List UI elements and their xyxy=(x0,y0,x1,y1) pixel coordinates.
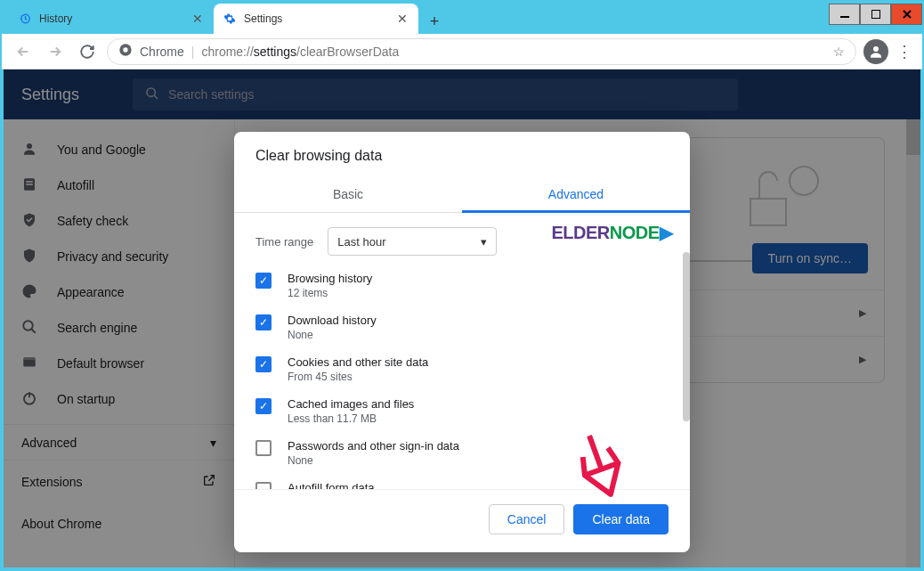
chevron-down-icon: ▾ xyxy=(481,235,487,249)
svg-point-5 xyxy=(873,46,879,52)
tab-advanced[interactable]: Advanced xyxy=(462,176,690,212)
kebab-menu-icon[interactable]: ⋮ xyxy=(896,42,913,61)
cancel-button[interactable]: Cancel xyxy=(489,504,565,534)
close-window-button[interactable] xyxy=(891,4,922,25)
tab-basic[interactable]: Basic xyxy=(234,176,462,212)
chrome-icon xyxy=(118,43,133,60)
eldernode-watermark: ELDERNODE▶ xyxy=(551,222,672,243)
gear-icon xyxy=(223,12,237,26)
omnibox-chrome-label: Chrome xyxy=(140,45,184,59)
dialog-footer: Cancel Clear data xyxy=(234,489,690,552)
dialog-scrollbar[interactable] xyxy=(683,252,690,489)
address-bar[interactable]: Chrome | chrome://settings/clearBrowserD… xyxy=(107,38,856,65)
checkbox-icon[interactable]: ✓ xyxy=(255,440,272,456)
minimize-button[interactable] xyxy=(829,4,860,25)
maximize-button[interactable] xyxy=(860,4,891,25)
option-autofill-form[interactable]: ✓Autofill form data xyxy=(255,481,669,489)
modal-overlay: Clear browsing data Basic Advanced ELDER… xyxy=(4,69,920,567)
separator: | xyxy=(191,45,195,59)
tab-history[interactable]: History ✕ xyxy=(9,4,214,34)
dialog-title: Clear browsing data xyxy=(234,132,690,176)
new-tab-button[interactable]: + xyxy=(422,9,447,34)
checkbox-icon[interactable]: ✓ xyxy=(255,482,272,489)
checkbox-icon[interactable]: ✓ xyxy=(255,273,272,289)
checkbox-icon[interactable]: ✓ xyxy=(255,398,272,414)
option-passwords[interactable]: ✓Passwords and other sign-in dataNone xyxy=(255,439,669,467)
option-cookies[interactable]: ✓Cookies and other site dataFrom 45 site… xyxy=(255,355,669,383)
svg-rect-1 xyxy=(840,16,849,18)
reload-button[interactable] xyxy=(75,39,100,64)
option-download-history[interactable]: ✓Download historyNone xyxy=(255,314,669,341)
forward-button[interactable] xyxy=(43,39,68,64)
close-icon[interactable]: ✕ xyxy=(395,12,409,26)
time-range-select[interactable]: Last hour ▾ xyxy=(328,227,497,256)
close-icon[interactable]: ✕ xyxy=(190,12,205,26)
svg-rect-2 xyxy=(871,10,880,19)
back-button[interactable] xyxy=(11,39,36,64)
svg-point-4 xyxy=(123,47,127,52)
checkbox-icon[interactable]: ✓ xyxy=(255,314,272,330)
clear-browsing-data-dialog: Clear browsing data Basic Advanced ELDER… xyxy=(234,132,690,552)
browser-toolbar: Chrome | chrome://settings/clearBrowserD… xyxy=(2,34,922,69)
option-browsing-history[interactable]: ✓Browsing history12 items xyxy=(255,272,669,299)
bookmark-icon[interactable]: ☆ xyxy=(833,45,845,59)
time-range-label: Time range xyxy=(255,235,313,249)
tab-title: Settings xyxy=(244,12,388,25)
dialog-tabs: Basic Advanced xyxy=(234,176,690,213)
option-cached-images[interactable]: ✓Cached images and filesLess than 11.7 M… xyxy=(255,397,669,425)
profile-avatar[interactable] xyxy=(863,39,888,64)
checkbox-icon[interactable]: ✓ xyxy=(255,356,272,372)
tab-strip: History ✕ Settings ✕ + xyxy=(2,2,824,34)
clear-data-button[interactable]: Clear data xyxy=(573,504,669,534)
tab-title: History xyxy=(39,12,183,25)
omnibox-url: chrome://settings/clearBrowserData xyxy=(201,45,399,59)
history-icon xyxy=(18,12,32,26)
tab-settings[interactable]: Settings ✕ xyxy=(214,4,418,34)
